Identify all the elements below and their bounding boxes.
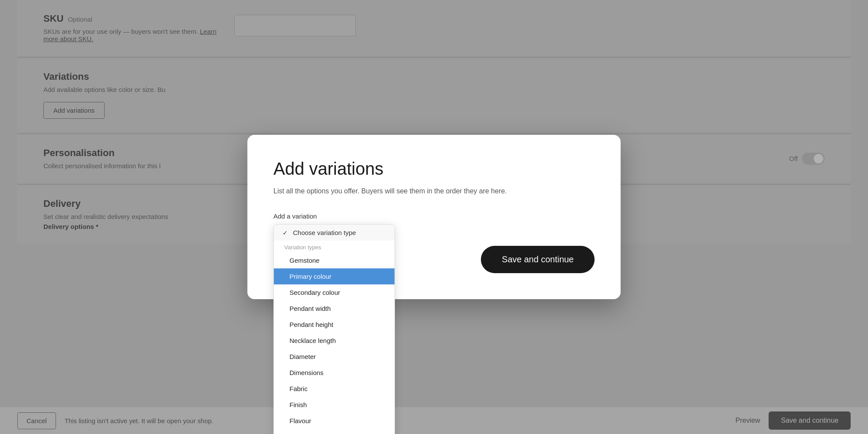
dropdown-item-pendant-width[interactable]: Pendant width	[274, 300, 395, 317]
add-variations-modal: Add variations List all the options you …	[247, 135, 621, 299]
dropdown-item-finish[interactable]: Finish	[274, 397, 395, 413]
dropdown-item-default[interactable]: ✓ Choose variation type	[274, 225, 395, 241]
necklace-length-label: Necklace length	[289, 337, 336, 344]
dropdown-item-primary-colour[interactable]: Primary colour	[274, 268, 395, 284]
modal-right-panel: Save and continue	[408, 224, 595, 273]
modal-overlay: Add variations List all the options you …	[0, 0, 868, 434]
finish-label: Finish	[289, 401, 307, 408]
modal-save-continue-button[interactable]: Save and continue	[481, 246, 595, 273]
pendant-height-label: Pendant height	[289, 321, 333, 328]
dropdown-item-diameter[interactable]: Diameter	[274, 349, 395, 365]
modal-body: ✓ Choose variation type Variation types …	[273, 224, 595, 273]
gemstone-label: Gemstone	[289, 257, 319, 264]
dropdown-item-material[interactable]: Material	[274, 429, 395, 434]
diameter-label: Diameter	[289, 353, 316, 360]
flavour-label: Flavour	[289, 417, 311, 424]
dropdown-item-secondary-colour[interactable]: Secondary colour	[274, 284, 395, 300]
variation-type-dropdown-wrapper: ✓ Choose variation type Variation types …	[273, 224, 395, 246]
dropdown-item-fabric[interactable]: Fabric	[274, 381, 395, 397]
dropdown-item-gemstone[interactable]: Gemstone	[274, 252, 395, 268]
dropdown-item-dimensions[interactable]: Dimensions	[274, 365, 395, 381]
secondary-colour-label: Secondary colour	[289, 289, 340, 296]
modal-title: Add variations	[273, 159, 595, 179]
checkmark-icon: ✓	[283, 229, 289, 236]
modal-subtitle: List all the options you offer. Buyers w…	[273, 187, 595, 195]
dropdown-item-necklace-length[interactable]: Necklace length	[274, 333, 395, 349]
variation-type-dropdown-menu: ✓ Choose variation type Variation types …	[273, 224, 395, 434]
dropdown-item-pendant-height[interactable]: Pendant height	[274, 317, 395, 333]
dropdown-section-label: Variation types	[274, 241, 395, 252]
primary-colour-label: Primary colour	[289, 273, 332, 280]
dimensions-label: Dimensions	[289, 369, 323, 376]
fabric-label: Fabric	[289, 385, 308, 392]
pendant-width-label: Pendant width	[289, 305, 331, 312]
dropdown-item-flavour[interactable]: Flavour	[274, 413, 395, 429]
add-variation-label: Add a variation	[273, 212, 595, 220]
